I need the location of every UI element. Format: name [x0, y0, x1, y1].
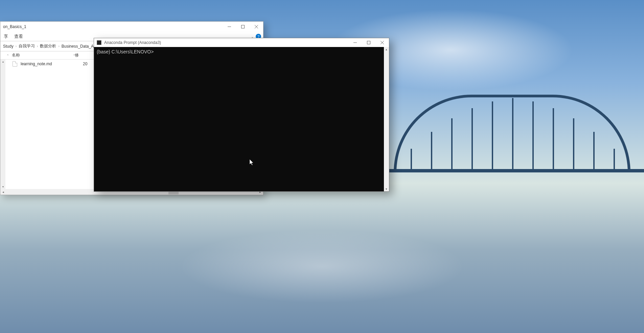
nav-pane-scrollbar[interactable]: ▴ ▾ — [0, 60, 5, 189]
wallpaper-bridge — [394, 95, 630, 183]
maximize-button[interactable] — [362, 38, 375, 48]
column-modified[interactable]: 修 — [75, 52, 79, 58]
crumb-data-analysis[interactable]: 数据分析 — [40, 43, 56, 49]
prompt-line: (base) C:\Users\LENOVO> — [97, 49, 154, 54]
crumb-study[interactable]: Study — [3, 44, 14, 49]
scroll-up-icon[interactable]: ▴ — [386, 48, 387, 51]
scroll-up-icon[interactable]: ▴ — [2, 60, 4, 63]
scroll-down-icon[interactable]: ▾ — [386, 187, 387, 191]
chevron-right-icon: › — [16, 44, 17, 48]
ribbon-tab-share[interactable]: 享 — [4, 33, 8, 40]
file-modified: 20 — [83, 62, 87, 66]
close-button[interactable] — [375, 38, 389, 48]
file-name: learning_note.md — [21, 62, 79, 66]
terminal-title: Anaconda Prompt (Anaconda3) — [104, 40, 161, 45]
ribbon-tab-view[interactable]: 查看 — [14, 33, 23, 40]
terminal-titlebar[interactable]: Anaconda Prompt (Anaconda3) — [94, 38, 389, 47]
scroll-left-icon[interactable]: ◂ — [0, 189, 6, 195]
crumb-self-study[interactable]: 自我学习 — [19, 43, 35, 49]
chevron-right-icon: › — [37, 44, 38, 48]
close-button[interactable] — [250, 22, 263, 32]
column-name[interactable]: 名称 — [12, 52, 20, 58]
anaconda-prompt-window[interactable]: Anaconda Prompt (Anaconda3) (base) C:\Us… — [94, 38, 389, 192]
minimize-button[interactable] — [348, 38, 362, 48]
maximize-button[interactable] — [236, 22, 250, 32]
explorer-titlebar[interactable]: on_Basics_1 — [0, 22, 263, 32]
scroll-down-icon[interactable]: ▾ — [2, 185, 4, 188]
svg-rect-1 — [367, 41, 370, 44]
file-icon — [13, 61, 17, 67]
svg-rect-0 — [242, 25, 245, 28]
minimize-button[interactable] — [223, 22, 236, 32]
chevron-right-icon: › — [58, 44, 59, 48]
terminal-scrollbar[interactable]: ▴ ▾ — [384, 47, 389, 191]
terminal-app-icon — [97, 40, 101, 45]
explorer-title: on_Basics_1 — [3, 24, 26, 29]
sort-indicator-icon: ^ — [7, 54, 8, 57]
terminal-output[interactable]: (base) C:\Users\LENOVO> — [94, 47, 384, 191]
